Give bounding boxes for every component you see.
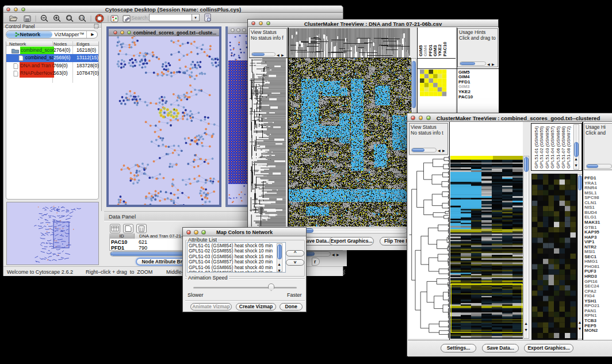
svg-text:GPL51-03 (GSM856): GPL51-03 (GSM856) [545,126,550,168]
svg-text:GPL51-02 (GSM855): GPL51-02 (GSM855) [539,126,544,168]
svg-text:1:1: 1:1 [80,17,84,20]
svg-text:PAC10: PAC10 [442,41,447,56]
svg-text:GPL51-04 (GSM857): GPL51-04 (GSM857) [550,126,555,168]
svg-text:GPL51-06 (GSM865): GPL51-06 (GSM865) [556,126,561,168]
svg-text:GPL51-07 (GSM868): GPL51-07 (GSM868) [561,126,566,168]
svg-text:GPL51-08 (GSM872): GPL51-08 (GSM872) [566,126,571,168]
svg-text:GPL51-01 (GSM854): GPL51-01 (GSM854) [534,126,539,168]
